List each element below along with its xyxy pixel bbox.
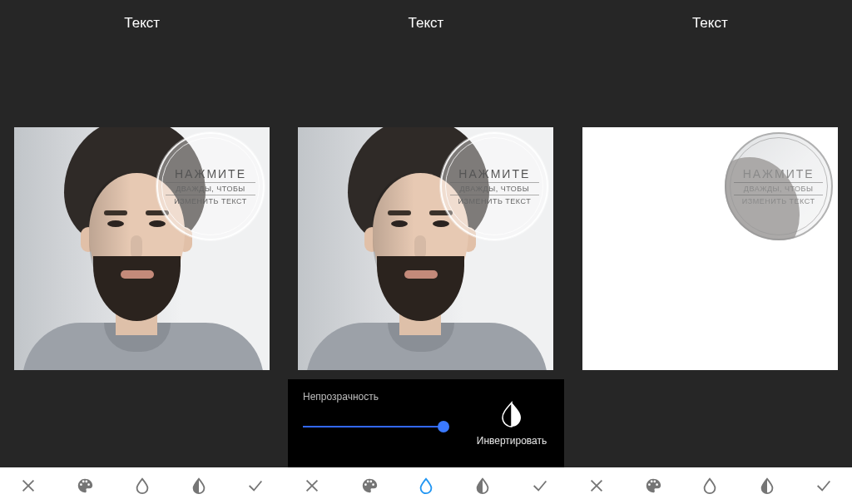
- badge-line-3: ИЗМЕНИТЬ ТЕКСТ: [450, 195, 539, 205]
- invert-label: Инвертировать: [477, 435, 547, 447]
- image-canvas[interactable]: НАЖМИТЕ ДВАЖДЫ, ЧТОБЫ ИЗМЕНИТЬ ТЕКСТ: [582, 127, 838, 370]
- palette-icon[interactable]: [642, 475, 664, 497]
- badge-line-1: НАЖМИТЕ: [743, 167, 815, 180]
- invert-drop-icon[interactable]: [756, 475, 778, 497]
- confirm-button[interactable]: [245, 475, 266, 497]
- invert-button[interactable]: Инвертировать: [459, 379, 564, 467]
- cancel-button[interactable]: [586, 475, 607, 497]
- editor-pane-1: Текст НАЖМИТЕ ДВАЖДЫ, ЧТОБЫ ИЗМЕНИТЬ ТЕК…: [0, 0, 284, 467]
- pane-title: Текст: [692, 15, 728, 32]
- invert-drop-icon[interactable]: [188, 475, 210, 497]
- badge-line-2: ДВАЖДЫ, ЧТОБЫ: [166, 182, 255, 193]
- badge-line-2: ДВАЖДЫ, ЧТОБЫ: [450, 182, 539, 193]
- editor-pane-3: Текст НАЖМИТЕ ДВАЖДЫ, ЧТОБЫ ИЗМЕНИТЬ ТЕК…: [568, 0, 852, 467]
- image-canvas[interactable]: НАЖМИТЕ ДВАЖДЫ, ЧТОБЫ ИЗМЕНИТЬ ТЕКСТ: [14, 127, 270, 370]
- opacity-slider-track[interactable]: [303, 426, 444, 427]
- badge-line-3: ИЗМЕНИТЬ ТЕКСТ: [734, 195, 823, 205]
- opacity-drop-icon[interactable]: [131, 475, 153, 497]
- opacity-label: Непрозрачность: [303, 391, 444, 403]
- invert-icon: [498, 400, 526, 428]
- cancel-button[interactable]: [301, 475, 323, 497]
- text-badge-overlay[interactable]: НАЖМИТЕ ДВАЖДЫ, ЧТОБЫ ИЗМЕНИТЬ ТЕКСТ: [440, 132, 548, 240]
- confirm-button[interactable]: [529, 475, 551, 497]
- confirm-button[interactable]: [813, 475, 835, 497]
- opacity-control: Непрозрачность: [288, 379, 459, 467]
- bottom-toolbar: [0, 467, 852, 504]
- palette-icon[interactable]: [359, 475, 380, 497]
- text-badge-overlay[interactable]: НАЖМИТЕ ДВАЖДЫ, ЧТОБЫ ИЗМЕНИТЬ ТЕКСТ: [156, 132, 265, 240]
- invert-drop-icon[interactable]: [472, 475, 493, 497]
- cancel-button[interactable]: [17, 475, 39, 497]
- opacity-slider-thumb[interactable]: [438, 421, 449, 432]
- toolbar-group-1: [0, 467, 284, 504]
- badge-line-1: НАЖМИТЕ: [458, 167, 530, 180]
- text-badge-overlay[interactable]: НАЖМИТЕ ДВАЖДЫ, ЧТОБЫ ИЗМЕНИТЬ ТЕКСТ: [725, 132, 833, 240]
- palette-icon[interactable]: [74, 475, 96, 497]
- badge-line-2: ДВАЖДЫ, ЧТОБЫ: [734, 182, 823, 193]
- toolbar-group-2: [284, 467, 567, 504]
- image-canvas[interactable]: НАЖМИТЕ ДВАЖДЫ, ЧТОБЫ ИЗМЕНИТЬ ТЕКСТ: [298, 127, 553, 370]
- pane-title: Текст: [409, 15, 444, 32]
- opacity-invert-popup: Непрозрачность Инвертировать: [288, 379, 564, 467]
- opacity-drop-icon[interactable]: [415, 475, 437, 497]
- pane-title: Текст: [124, 15, 160, 32]
- toolbar-group-3: [568, 467, 852, 504]
- badge-line-1: НАЖМИТЕ: [175, 167, 246, 180]
- badge-line-3: ИЗМЕНИТЬ ТЕКСТ: [166, 195, 255, 205]
- opacity-drop-icon[interactable]: [699, 475, 721, 497]
